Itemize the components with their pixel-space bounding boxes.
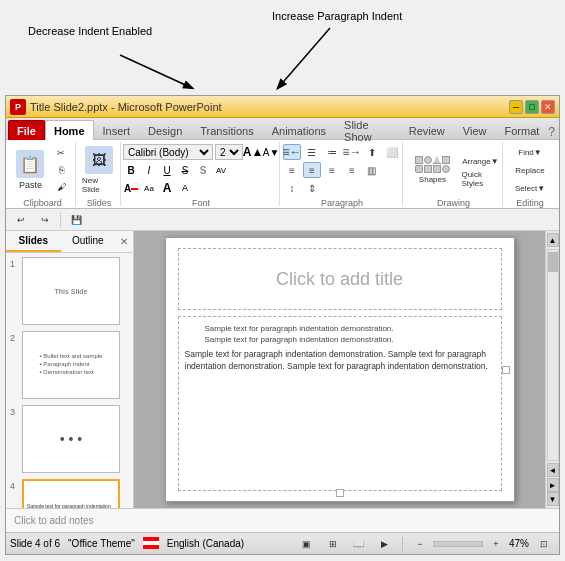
copy-button[interactable]: ⎘ — [50, 162, 72, 178]
resize-handle-bottom[interactable] — [336, 489, 344, 497]
tab-format[interactable]: Format — [495, 120, 548, 140]
tab-transitions[interactable]: Transitions — [191, 120, 262, 140]
maximize-button[interactable]: □ — [525, 100, 539, 114]
view-slideshow-button[interactable]: ▶ — [374, 536, 396, 552]
format-painter-button[interactable]: 🖌 — [50, 179, 72, 195]
scroll-next-slide[interactable]: ► — [547, 478, 559, 492]
notes-area[interactable]: Click to add notes — [6, 508, 559, 532]
tab-file[interactable]: File — [8, 120, 45, 140]
scroll-track-v[interactable] — [547, 249, 559, 461]
app-icon: P — [10, 99, 26, 115]
tab-slideshow[interactable]: Slide Show — [335, 120, 400, 140]
slide-content-area[interactable]: Sample text for paragraph indentation de… — [178, 316, 502, 491]
slide-thumb-2[interactable]: • Bullet text and sample • Paragraph ind… — [22, 331, 120, 399]
text-direction-button[interactable]: ⬆ — [363, 144, 381, 160]
help-icon[interactable]: ? — [548, 125, 555, 139]
zoom-in-button[interactable]: + — [485, 536, 507, 552]
decrease-indent-button[interactable]: ≡← — [283, 144, 301, 160]
align-center-button[interactable]: ≡ — [303, 162, 321, 178]
slide-item-3[interactable]: 3 • • • — [10, 405, 129, 473]
tab-slides[interactable]: Slides — [6, 231, 61, 252]
undo-button[interactable]: ↩ — [10, 212, 32, 228]
slide-item-1[interactable]: 1 This Slide — [10, 257, 129, 325]
bold-button[interactable]: B — [123, 162, 139, 178]
status-bar: Slide 4 of 6 "Office Theme" English (Can… — [6, 532, 559, 554]
align-left-button[interactable]: ≡ — [283, 162, 301, 178]
slide-num-1: 1 — [10, 257, 22, 269]
cut-button[interactable]: ✂ — [50, 145, 72, 161]
scroll-down-button[interactable]: ▼ — [547, 492, 559, 506]
para-spacing-button[interactable]: ⇕ — [303, 180, 321, 196]
quick-styles-button[interactable]: Quick Styles — [460, 171, 500, 187]
editor-area: Click to add title Sample text for parag… — [134, 231, 559, 508]
char-spacing-button[interactable]: AV — [213, 162, 229, 178]
strikethrough-button[interactable]: S — [177, 162, 193, 178]
annotation-area: Decrease Indent Enabled Increase Paragra… — [0, 0, 565, 100]
view-normal-button[interactable]: ▣ — [296, 536, 318, 552]
font-size-down2-button[interactable]: A — [177, 180, 193, 196]
slide-thumb-3[interactable]: • • • — [22, 405, 120, 473]
italic-button[interactable]: I — [141, 162, 157, 178]
select-button[interactable]: Select▼ — [508, 180, 552, 196]
zoom-slider[interactable] — [433, 541, 483, 547]
tab-insert[interactable]: Insert — [94, 120, 140, 140]
paste-button[interactable]: 📋 Paste — [12, 144, 48, 196]
view-slide-sorter-button[interactable]: ⊞ — [322, 536, 344, 552]
font-row-2: B I U S S AV — [123, 162, 279, 178]
shadow-button[interactable]: S — [195, 162, 211, 178]
shapes-button[interactable]: Shapes — [406, 144, 458, 196]
drawing-buttons: Shapes Arrange▼ Quick Styles — [406, 144, 500, 196]
uppercase-button[interactable]: Aa — [141, 180, 157, 196]
fit-slide-button[interactable]: ⊡ — [533, 536, 555, 552]
zoom-out-button[interactable]: − — [409, 536, 431, 552]
clipboard-small-btns: ✂ ⎘ 🖌 — [50, 145, 72, 195]
slide-title-area[interactable]: Click to add title — [178, 248, 502, 310]
find-button[interactable]: Find▼ — [508, 144, 552, 160]
save-button[interactable]: 💾 — [65, 212, 87, 228]
tab-outline[interactable]: Outline — [61, 231, 116, 252]
tab-view[interactable]: View — [454, 120, 496, 140]
line-spacing-button[interactable]: ↕ — [283, 180, 301, 196]
increase-font-button[interactable]: A▲ — [245, 144, 261, 160]
panel-close-button[interactable]: ✕ — [115, 231, 133, 252]
indent-line-1: Sample text for paragraph indentation de… — [185, 323, 495, 334]
slide-thumb-1[interactable]: This Slide — [22, 257, 120, 325]
tab-home[interactable]: Home — [45, 120, 94, 140]
slide-canvas[interactable]: Click to add title Sample text for parag… — [165, 237, 515, 502]
vertical-scrollbar[interactable]: ▲ ◄ ► ▼ — [545, 231, 559, 508]
tab-review[interactable]: Review — [400, 120, 454, 140]
new-slide-label: New Slide — [82, 176, 116, 194]
slide-thumb-4[interactable]: Sample text for paragraph indentation de… — [22, 479, 120, 508]
font-color-button[interactable]: A — [123, 180, 139, 196]
increase-indent-button[interactable]: ≡→ — [343, 144, 361, 160]
font-size-up2-button[interactable]: A — [159, 180, 175, 196]
resize-handle-right[interactable] — [502, 366, 510, 374]
justify-button[interactable]: ≡ — [343, 162, 361, 178]
para-row-3: ↕ ⇕ — [283, 180, 401, 196]
close-button[interactable]: ✕ — [541, 100, 555, 114]
scroll-thumb-v[interactable] — [548, 252, 558, 272]
underline-button[interactable]: U — [159, 162, 175, 178]
minimize-button[interactable]: ─ — [509, 100, 523, 114]
scroll-up-button[interactable]: ▲ — [547, 233, 559, 247]
new-slide-button[interactable]: 🖼 New Slide — [81, 144, 117, 196]
tab-design[interactable]: Design — [139, 120, 191, 140]
align-right-button[interactable]: ≡ — [323, 162, 341, 178]
decrease-font-button[interactable]: A▼ — [263, 144, 279, 160]
slide-item-4[interactable]: 4 Sample text for paragraph indentation … — [10, 479, 129, 508]
columns-button[interactable]: ▥ — [363, 162, 381, 178]
view-reading-button[interactable]: 📖 — [348, 536, 370, 552]
tab-animations[interactable]: Animations — [263, 120, 335, 140]
font-size-select[interactable]: 24 — [215, 144, 243, 160]
bullets-button[interactable]: ☰ — [303, 144, 321, 160]
redo-button[interactable]: ↪ — [34, 212, 56, 228]
convert-smartart-button[interactable]: ⬜ — [383, 144, 401, 160]
svg-rect-4 — [143, 541, 159, 545]
scroll-prev-slide[interactable]: ◄ — [547, 463, 559, 477]
arrange-button[interactable]: Arrange▼ — [460, 153, 500, 169]
slide-item-2[interactable]: 2 • Bullet text and sample • Paragraph i… — [10, 331, 129, 399]
replace-button[interactable]: Replace — [508, 162, 552, 178]
numbering-button[interactable]: ≔ — [323, 144, 341, 160]
font-name-select[interactable]: Calibri (Body) — [123, 144, 213, 160]
font-controls: Calibri (Body) 24 A▲ A▼ B I U S S — [123, 144, 279, 196]
